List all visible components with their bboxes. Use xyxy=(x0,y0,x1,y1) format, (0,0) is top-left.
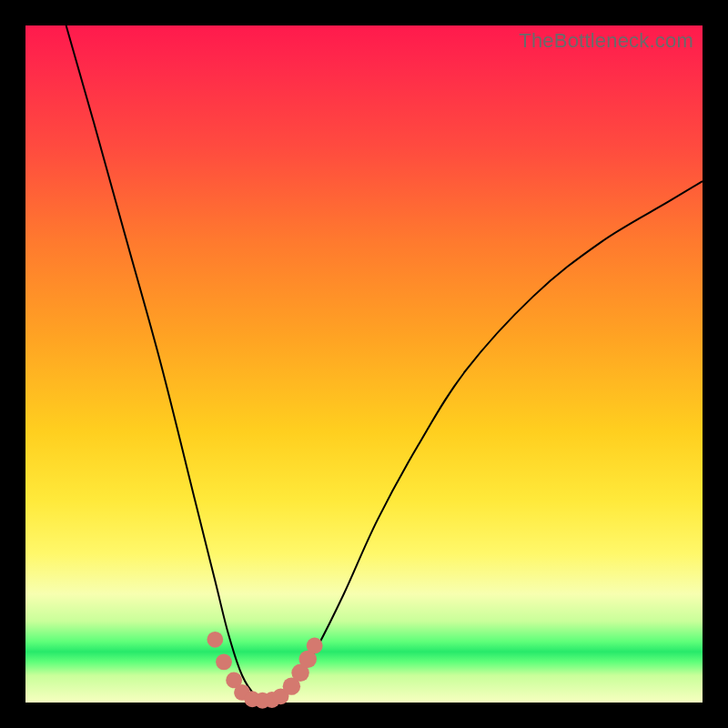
curve-marker xyxy=(307,638,323,654)
curve-marker xyxy=(216,653,232,670)
plot-area: TheBottleneck.com xyxy=(25,25,703,703)
curve-markers xyxy=(207,632,322,709)
chart-svg xyxy=(25,25,703,703)
curve-marker xyxy=(207,632,223,648)
curve-path xyxy=(66,25,703,703)
outer-frame: TheBottleneck.com xyxy=(0,0,728,728)
